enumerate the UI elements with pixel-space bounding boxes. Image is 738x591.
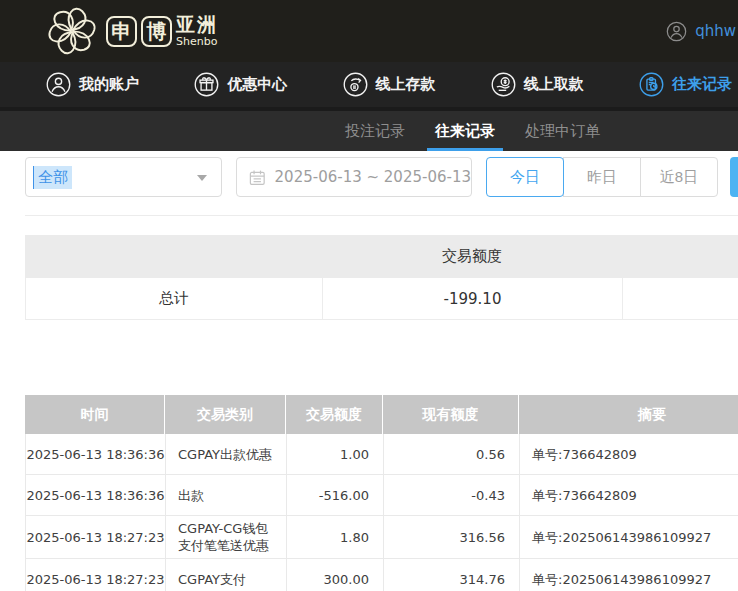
last-8-days-button[interactable]: 近8日 (640, 157, 718, 197)
logo-char-bo: 博 (141, 16, 172, 47)
nav-label: 线上存款 (376, 75, 436, 94)
site-logo[interactable]: 申 博 亚洲 Shenbo (42, 3, 218, 59)
chevron-down-icon (197, 175, 207, 181)
cell-balance: 316.56 (384, 516, 520, 558)
summary-table: 交易额度 总计 -199.10 (25, 235, 738, 320)
col-header-note: 摘要 (519, 395, 738, 434)
cell-amount: 1.80 (287, 516, 384, 558)
summary-total-row: 总计 -199.10 (25, 278, 738, 320)
records-table: 时间 交易类别 交易额度 现有额度 摘要 2025-06-13 18:36:36… (25, 395, 738, 591)
table-row: 2025-06-13 18:36:36 CGPAY出款优惠 1.00 0.56 … (25, 434, 738, 475)
transaction-type-select[interactable]: 全部 (25, 157, 222, 197)
records-table-header: 时间 交易类别 交易额度 现有额度 摘要 (25, 395, 738, 434)
table-row: 2025-06-13 18:27:23 CGPAY支付 300.00 314.7… (25, 559, 738, 591)
logo-char-shen: 申 (106, 16, 137, 47)
records-icon (639, 72, 664, 97)
nav-label: 我的账户 (79, 75, 139, 94)
divider (25, 215, 738, 216)
cell-time: 2025-06-13 18:27:23 (26, 516, 166, 558)
cell-time: 2025-06-13 18:27:23 (26, 559, 166, 591)
username-text: qhhw (695, 22, 738, 40)
cell-amount: -516.00 (287, 475, 384, 515)
tab-processing-orders[interactable]: 处理中订单 (525, 111, 600, 151)
nav-label: 优惠中心 (227, 75, 287, 94)
table-row: 2025-06-13 18:36:36 出款 -516.00 -0.43 单号:… (25, 475, 738, 516)
main-nav: 我的账户 优惠中心 线上存款 线上取款 (0, 62, 738, 107)
cell-amount: 300.00 (287, 559, 384, 591)
tab-betting-records[interactable]: 投注记录 (345, 111, 405, 151)
user-icon (46, 72, 71, 97)
deposit-icon (343, 72, 368, 97)
nav-item-my-account[interactable]: 我的账户 (46, 72, 139, 97)
col-header-time: 时间 (25, 395, 165, 434)
nav-item-transaction-records[interactable]: 往来记录 (639, 72, 732, 97)
content-area: 全部 2025-06-13 ~ 2025-06-13 今日 昨日 近8日 交易 (0, 151, 738, 591)
cell-type: CGPAY支付 (166, 559, 287, 591)
cell-type: CGPAY-CG钱包支付笔笔送优惠 (166, 516, 287, 558)
search-button[interactable] (730, 157, 738, 197)
cell-time: 2025-06-13 18:36:36 (26, 475, 166, 515)
cell-balance: -0.43 (384, 475, 520, 515)
nav-item-withdraw[interactable]: 线上取款 (491, 72, 584, 97)
summary-total-label: 总计 (26, 278, 323, 319)
col-header-balance: 现有额度 (383, 395, 519, 434)
top-header: 申 博 亚洲 Shenbo qhhw (0, 0, 738, 62)
logo-characters: 申 博 (106, 16, 172, 47)
nav-label: 往来记录 (672, 75, 732, 94)
cell-note: 单号:202506143986109927 (520, 516, 738, 558)
today-button[interactable]: 今日 (486, 157, 564, 197)
quick-date-buttons: 今日 昨日 近8日 (486, 157, 718, 197)
select-value: 全部 (33, 166, 72, 189)
cell-time: 2025-06-13 18:36:36 (26, 434, 166, 474)
cell-type: CGPAY出款优惠 (166, 434, 287, 474)
logo-wordmark: 亚洲 Shenbo (176, 15, 218, 47)
flower-logo-icon (42, 3, 102, 59)
cell-note: 单号:202506143986109927 (520, 559, 738, 591)
logo-region-text: 亚洲 (176, 15, 218, 34)
yesterday-button[interactable]: 昨日 (563, 157, 641, 197)
cell-note: 单号:736642809 (520, 434, 738, 474)
filter-row: 全部 2025-06-13 ~ 2025-06-13 今日 昨日 近8日 (25, 157, 738, 197)
summary-table-header: 交易额度 (25, 235, 738, 278)
logo-subtitle-text: Shenbo (176, 36, 218, 47)
summary-header-spacer (622, 235, 738, 278)
cell-balance: 0.56 (384, 434, 520, 474)
cell-note: 单号:736642809 (520, 475, 738, 515)
user-account-area[interactable]: qhhw (666, 0, 738, 62)
user-avatar-icon (666, 21, 687, 42)
table-row: 2025-06-13 18:27:23 CGPAY-CG钱包支付笔笔送优惠 1.… (25, 516, 738, 559)
tab-transaction-records[interactable]: 往来记录 (435, 111, 495, 151)
sub-nav: 投注记录 往来记录 处理中订单 (0, 107, 738, 151)
cell-balance: 314.76 (384, 559, 520, 591)
date-range-value: 2025-06-13 ~ 2025-06-13 (275, 168, 471, 186)
summary-empty-cell (623, 278, 738, 319)
date-range-input[interactable]: 2025-06-13 ~ 2025-06-13 (236, 157, 472, 197)
summary-total-value: -199.10 (323, 278, 623, 319)
withdraw-icon (491, 72, 516, 97)
nav-item-promotions[interactable]: 优惠中心 (194, 72, 287, 97)
calendar-icon (249, 169, 266, 186)
col-header-amount: 交易额度 (286, 395, 383, 434)
cell-amount: 1.00 (287, 434, 384, 474)
col-header-type: 交易类别 (165, 395, 286, 434)
cell-type: 出款 (166, 475, 287, 515)
summary-header-spacer (25, 235, 322, 278)
nav-item-deposit[interactable]: 线上存款 (343, 72, 436, 97)
summary-header-amount: 交易额度 (322, 235, 622, 278)
gift-icon (194, 72, 219, 97)
nav-label: 线上取款 (524, 75, 584, 94)
